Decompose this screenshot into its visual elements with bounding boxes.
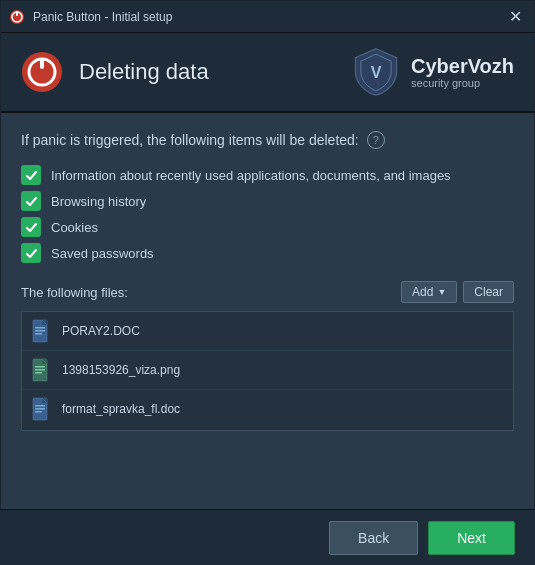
svg-rect-22: [35, 405, 45, 407]
checkbox-recently-used[interactable]: [21, 165, 41, 185]
svg-rect-16: [35, 366, 45, 368]
header-left: Deleting data: [21, 51, 209, 93]
logo-sub: security group: [411, 77, 514, 89]
header-title: Deleting data: [79, 59, 209, 85]
title-bar-left: Panic Button - Initial setup: [9, 9, 172, 25]
logo-shield-icon: V: [351, 47, 401, 97]
intro-line: If panic is triggered, the following ite…: [21, 131, 514, 149]
main-content: If panic is triggered, the following ite…: [1, 113, 534, 441]
file-doc-icon: [32, 319, 52, 343]
svg-rect-24: [35, 411, 42, 413]
list-item[interactable]: Browsing history: [21, 191, 514, 211]
logo-text: CyberVozh security group: [411, 55, 514, 89]
checklist-item-label: Information about recently used applicat…: [51, 168, 451, 183]
dropdown-arrow-icon: ▼: [437, 287, 446, 297]
checklist: Information about recently used applicat…: [21, 165, 514, 263]
svg-text:V: V: [371, 63, 382, 81]
files-buttons: Add ▼ Clear: [401, 281, 514, 303]
file-name: PORAY2.DOC: [62, 324, 140, 338]
file-item[interactable]: format_spravka_fl.doc: [22, 390, 513, 428]
files-label: The following files:: [21, 285, 128, 300]
list-item[interactable]: Information about recently used applicat…: [21, 165, 514, 185]
file-item[interactable]: 1398153926_viza.png: [22, 351, 513, 390]
list-item[interactable]: Saved passwords: [21, 243, 514, 263]
svg-rect-12: [35, 333, 42, 335]
header: Deleting data V CyberVozh security group: [1, 33, 534, 113]
svg-rect-17: [35, 369, 45, 371]
title-bar: Panic Button - Initial setup ✕: [1, 1, 534, 33]
close-button[interactable]: ✕: [505, 7, 526, 27]
file-item[interactable]: PORAY2.DOC: [22, 312, 513, 351]
files-header: The following files: Add ▼ Clear: [21, 281, 514, 303]
checklist-item-label: Cookies: [51, 220, 98, 235]
svg-rect-10: [35, 327, 45, 329]
checkbox-saved-passwords[interactable]: [21, 243, 41, 263]
help-icon[interactable]: ?: [367, 131, 385, 149]
checklist-item-label: Browsing history: [51, 194, 146, 209]
checklist-item-label: Saved passwords: [51, 246, 154, 261]
file-name: 1398153926_viza.png: [62, 363, 180, 377]
intro-text: If panic is triggered, the following ite…: [21, 132, 359, 148]
svg-rect-23: [35, 408, 45, 410]
app-icon: [9, 9, 25, 25]
power-icon: [21, 51, 63, 93]
svg-rect-11: [35, 330, 45, 332]
checkbox-browsing-history[interactable]: [21, 191, 41, 211]
next-button[interactable]: Next: [428, 521, 515, 555]
file-doc2-icon: [32, 397, 52, 421]
checkbox-cookies[interactable]: [21, 217, 41, 237]
svg-rect-5: [40, 58, 44, 69]
svg-rect-18: [35, 372, 42, 374]
svg-rect-2: [16, 11, 18, 16]
back-button[interactable]: Back: [329, 521, 418, 555]
list-item[interactable]: Cookies: [21, 217, 514, 237]
file-name: format_spravka_fl.doc: [62, 402, 180, 416]
add-button[interactable]: Add ▼: [401, 281, 457, 303]
file-png-icon: [32, 358, 52, 382]
footer: Back Next: [0, 509, 535, 565]
clear-button[interactable]: Clear: [463, 281, 514, 303]
files-list[interactable]: PORAY2.DOC 1398153926_viza.png f: [21, 311, 514, 431]
logo-area: V CyberVozh security group: [351, 47, 514, 97]
logo-brand: CyberVozh: [411, 55, 514, 77]
title-bar-text: Panic Button - Initial setup: [33, 10, 172, 24]
